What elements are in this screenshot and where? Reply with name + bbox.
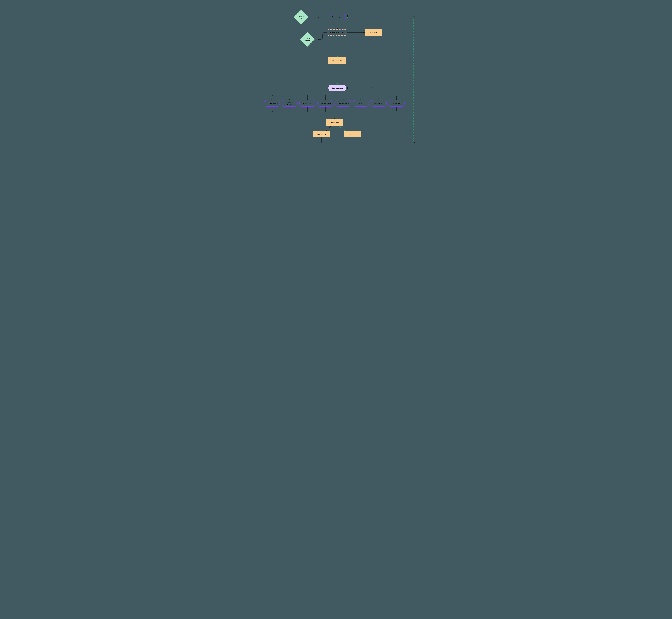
category-waterways: Waterways (299, 100, 315, 107)
node-soundscapes-top: Soundscapes (329, 14, 346, 20)
node-add-to-mix: Add to mix (313, 131, 330, 137)
category-your-favorites: Your Favorites (264, 100, 280, 107)
category-from-the-jungle: From the jungle (317, 100, 333, 107)
node-toggle-onoff: Toggle on/off (296, 12, 306, 22)
flowchart-canvas: Soundscapes Toggle on/off Pre-selected t… (252, 0, 420, 154)
node-change: Change (365, 29, 382, 36)
node-soundscapes-mid: Soundscapes (328, 85, 346, 91)
category-snow-days: Snow Days (371, 100, 387, 107)
category-from-the-forest: From the forest (335, 100, 351, 107)
node-preselected-track: Pre-selected track (327, 29, 347, 36)
node-add-another: Add another (328, 57, 346, 64)
node-adjust-volume: Adjust volume (302, 34, 312, 45)
category-in-motion: In Motion (388, 100, 405, 107)
edge-layer (252, 0, 420, 154)
node-adjust-volume-label: Adjust volume (304, 37, 310, 42)
node-cancel: Cancel (344, 131, 361, 137)
category-fireside: Fireside (353, 100, 369, 107)
node-toggle-label: Toggle on/off (297, 15, 305, 19)
node-select-track: Select track (325, 120, 343, 126)
category-recently-played: Recently Played (282, 100, 298, 107)
